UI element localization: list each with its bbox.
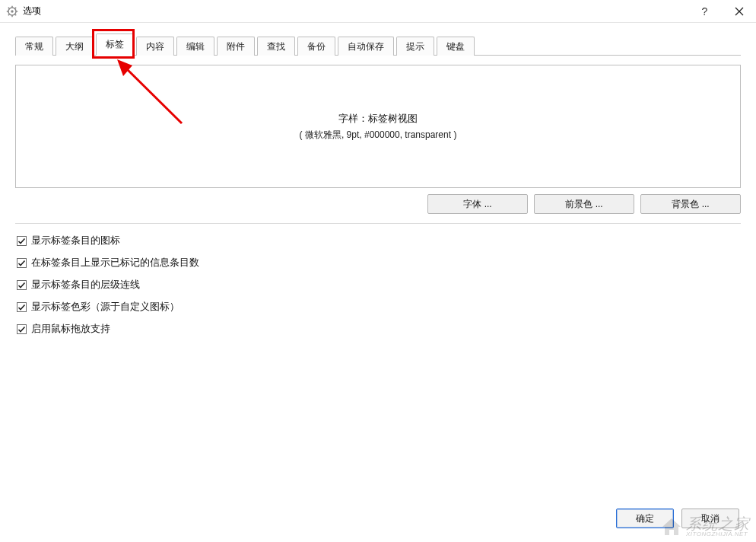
checkbox-icon bbox=[17, 280, 27, 290]
tab-label: 大纲 bbox=[65, 40, 84, 53]
tab-autosave[interactable]: 自动保存 bbox=[338, 37, 394, 56]
style-button-row: 字体 ... 前景色 ... 背景色 ... bbox=[15, 194, 741, 214]
preview-title: 字样：标签树视图 bbox=[338, 112, 418, 126]
tab-attachments[interactable]: 附件 bbox=[217, 37, 255, 56]
tab-label: 键盘 bbox=[446, 40, 465, 53]
checkbox-icon bbox=[17, 258, 27, 268]
option-checklist: 显示标签条目的图标 在标签条目上显示已标记的信息条目数 显示标签条目的层级连线 … bbox=[15, 234, 741, 336]
font-button[interactable]: 字体 ... bbox=[427, 194, 528, 214]
check-show-colors[interactable]: 显示标签色彩（源于自定义图标） bbox=[17, 301, 741, 314]
tab-label: 常规 bbox=[25, 40, 43, 53]
button-label: 前景色 ... bbox=[565, 198, 602, 211]
svg-line-8 bbox=[8, 14, 10, 15]
tab-tags[interactable]: 标签 bbox=[96, 33, 134, 56]
checkbox-label: 显示标签条目的图标 bbox=[31, 234, 120, 247]
checkbox-icon bbox=[17, 236, 27, 246]
button-label: 取消 bbox=[701, 512, 719, 525]
tab-edit[interactable]: 编辑 bbox=[176, 37, 214, 56]
foreground-color-button[interactable]: 前景色 ... bbox=[534, 194, 634, 214]
help-icon: ? bbox=[702, 5, 708, 18]
separator bbox=[15, 223, 741, 224]
svg-line-9 bbox=[15, 7, 17, 8]
checkbox-icon bbox=[17, 324, 27, 334]
tab-backup[interactable]: 备份 bbox=[297, 37, 335, 56]
tabstrip: 常规 大纲 标签 内容 编辑 附件 查找 备份 自动保存 提示 键盘 bbox=[15, 33, 741, 56]
tab-label: 标签 bbox=[106, 38, 124, 51]
button-label: 字体 ... bbox=[463, 198, 491, 211]
window-title: 选项 bbox=[23, 5, 41, 18]
font-preview-box: 字样：标签树视图 ( 微软雅黑, 9pt, #000000, transpare… bbox=[15, 65, 741, 188]
tab-content[interactable]: 内容 bbox=[136, 37, 174, 56]
tab-hints[interactable]: 提示 bbox=[396, 37, 434, 56]
tab-find[interactable]: 查找 bbox=[257, 37, 295, 56]
tab-label: 编辑 bbox=[186, 40, 205, 53]
svg-line-6 bbox=[8, 7, 10, 8]
dialog-button-row: 确定 取消 bbox=[616, 509, 739, 528]
button-label: 背景色 ... bbox=[672, 198, 709, 211]
preview-details: ( 微软雅黑, 9pt, #000000, transparent ) bbox=[300, 129, 457, 142]
tab-label: 提示 bbox=[406, 40, 424, 53]
help-button[interactable]: ? bbox=[688, 0, 722, 23]
button-label: 确定 bbox=[636, 512, 654, 525]
checkbox-label: 显示标签色彩（源于自定义图标） bbox=[31, 301, 179, 314]
check-show-count[interactable]: 在标签条目上显示已标记的信息条目数 bbox=[17, 257, 741, 269]
tab-label: 自动保存 bbox=[348, 40, 384, 53]
close-button[interactable] bbox=[722, 0, 756, 23]
check-enable-dragdrop[interactable]: 启用鼠标拖放支持 bbox=[17, 323, 741, 336]
watermark-sub: XITONGZHIJIA.NET bbox=[686, 531, 750, 537]
tab-panel: 字样：标签树视图 ( 微软雅黑, 9pt, #000000, transpare… bbox=[15, 56, 741, 336]
tab-label: 内容 bbox=[146, 40, 164, 53]
ok-button[interactable]: 确定 bbox=[616, 509, 674, 528]
tab-outline[interactable]: 大纲 bbox=[56, 37, 94, 56]
tab-keyboard[interactable]: 键盘 bbox=[437, 37, 475, 56]
checkbox-label: 启用鼠标拖放支持 bbox=[31, 323, 110, 336]
close-icon bbox=[735, 7, 744, 16]
titlebar: 选项 ? bbox=[0, 0, 756, 23]
check-show-icons[interactable]: 显示标签条目的图标 bbox=[17, 234, 741, 247]
gear-icon bbox=[6, 5, 18, 18]
tab-label: 查找 bbox=[267, 40, 285, 53]
tab-label: 备份 bbox=[307, 40, 326, 53]
tab-general[interactable]: 常规 bbox=[15, 37, 53, 56]
svg-point-1 bbox=[11, 10, 13, 12]
tab-label: 附件 bbox=[227, 40, 245, 53]
background-color-button[interactable]: 背景色 ... bbox=[640, 194, 741, 214]
checkbox-label: 显示标签条目的层级连线 bbox=[31, 279, 140, 292]
cancel-button[interactable]: 取消 bbox=[681, 509, 739, 528]
svg-line-7 bbox=[15, 14, 17, 15]
check-show-lines[interactable]: 显示标签条目的层级连线 bbox=[17, 279, 741, 292]
checkbox-icon bbox=[17, 302, 27, 312]
checkbox-label: 在标签条目上显示已标记的信息条目数 bbox=[31, 257, 199, 269]
